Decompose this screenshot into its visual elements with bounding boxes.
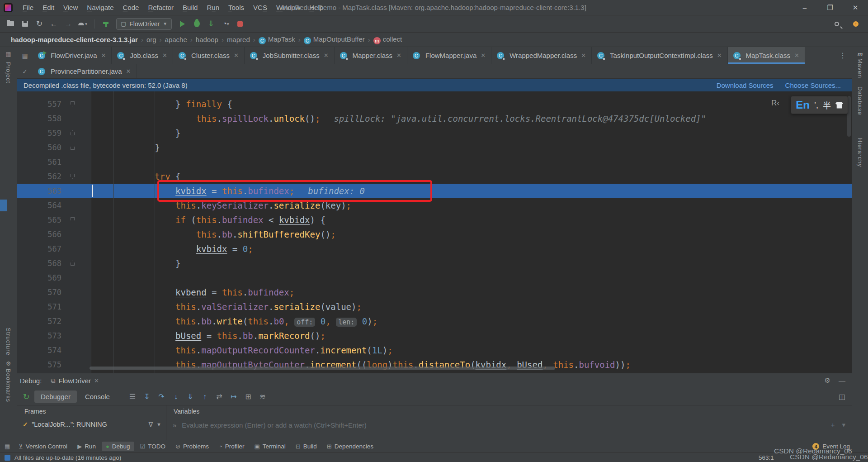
inspection-ok-icon[interactable]: ✓ [17,64,33,78]
stop-button[interactable] [234,19,246,29]
evaluate-expression-input[interactable]: Evaluate expression (Enter) or add a wat… [182,421,367,429]
fold-gutter[interactable] [68,169,80,184]
fold-marker-icon[interactable] [71,261,75,266]
stripe-bookmarks[interactable]: Bookmarks [5,369,12,402]
thread-selector[interactable]: ✓ "LocalJobR...": RUNNING ∇ ▼ [23,421,161,428]
trace-icon[interactable]: ≋ [256,391,269,403]
tab-close-icon[interactable]: ✕ [581,52,586,59]
menu-file[interactable]: File [18,0,38,15]
toolwindow-button-problems[interactable]: ⊘Problems [171,442,213,451]
run-button[interactable] [176,19,188,29]
stripe-maven[interactable]: Maven [857,58,863,78]
menu-code[interactable]: Code [118,0,144,15]
close-icon[interactable]: ✕ [94,377,99,384]
toolwindow-button-profiler[interactable]: ◔Profiler [215,442,249,451]
breadcrumb-item[interactable]: org [146,36,156,43]
stripe-project[interactable]: Project [5,62,12,83]
wrench-icon[interactable]: ⚙ [0,360,17,367]
step-out-icon[interactable]: ↑ [198,391,211,403]
show-execution-point-icon[interactable]: ↧ [141,391,153,403]
force-step-into-icon[interactable]: ⇓ [184,391,197,403]
fold-gutter[interactable] [68,213,80,227]
menu-edit[interactable]: Edit [38,0,59,15]
debug-button[interactable] [191,19,203,29]
layout-settings-icon[interactable]: ◫ [839,392,852,401]
update-available-icon[interactable]: ↑ [850,19,862,29]
breadcrumb-item[interactable]: hadoop-mapreduce-client-core-3.1.3.jar [11,36,138,43]
tab-close-icon[interactable]: ✕ [481,52,486,59]
tab-close-icon[interactable]: ✕ [234,52,239,59]
toolwindow-button-dependencies[interactable]: ⊞Dependencies [323,442,377,451]
editor-tab-flowdriver-java[interactable]: CFlowDriver.java✕ [33,47,112,64]
editor-tab-cluster-class[interactable]: CCluster.class✕ [173,47,245,64]
menu-tools[interactable]: Tools [224,0,249,15]
fold-marker-icon[interactable] [71,174,75,179]
toolwindow-switcher-icon[interactable]: ▦ [5,443,13,450]
fold-marker-icon[interactable] [71,145,75,150]
close-button[interactable]: ✕ [843,0,868,15]
editor-tab-taskinputoutputcontextimpl-class[interactable]: CTaskInputOutputContextImpl.class✕ [592,47,728,64]
download-sources-link[interactable]: Download Sources [717,81,774,89]
editor-tab-flowmapper-java[interactable]: CFlowMapper.java✕ [407,47,491,64]
filter-funnel-icon[interactable]: ∇ [148,421,153,428]
code-editor[interactable]: 557 } finally {558 this.spillLock.unlock… [17,91,852,373]
breadcrumb-item[interactable]: CMapTask [259,35,295,44]
menu-icon[interactable]: ☰ [126,391,139,403]
editor-tab-jobsubmitter-class[interactable]: CJobSubmitter.class✕ [245,47,335,64]
caret-position-widget[interactable]: 563:1 [759,454,774,461]
breadcrumb-item[interactable]: apache [165,36,187,43]
debug-session-tab[interactable]: ⧉ FlowDriver ✕ [46,373,104,388]
chevron-down-icon[interactable]: ▼ [156,422,161,427]
rerun-icon[interactable]: ↻ [20,392,33,402]
fold-gutter[interactable] [68,97,80,111]
tab-close-icon[interactable]: ✕ [162,52,167,59]
editor-tab-mapper-class[interactable]: CMapper.class✕ [335,47,407,64]
tab-console[interactable]: Console [79,391,116,403]
coverage-button[interactable]: ⇓ [205,19,217,29]
toolwindow-button-terminal[interactable]: ▣Terminal [250,442,290,451]
run-configuration-select[interactable]: ▢ FlowDriver ▼ [116,18,172,30]
forward-icon[interactable]: → [62,19,74,29]
step-over-icon[interactable]: ↷ [155,391,168,403]
breadcrumb-item[interactable]: CMapOutputBuffer [304,35,365,44]
fold-gutter[interactable] [68,256,80,271]
run-to-cursor-icon[interactable]: ↦ [227,391,240,403]
ime-language-indicator[interactable]: En [796,99,810,111]
fold-gutter[interactable] [68,126,80,140]
expand-chevrons-icon[interactable]: » [173,421,176,429]
fold-gutter[interactable] [68,140,80,155]
back-icon[interactable]: ← [48,19,60,29]
tab-list-icon[interactable]: ▦ [17,47,33,64]
ime-skin-icon[interactable] [835,102,843,109]
menu-run[interactable]: Run [202,0,224,15]
breadcrumb-item[interactable]: mcollect [373,35,402,44]
toolwindow-button-version-control[interactable]: ⊻Version Control [14,442,71,451]
menu-refactor[interactable]: Refactor [143,0,178,15]
menu-build[interactable]: Build [178,0,202,15]
stripe-structure[interactable]: Structure [5,328,12,356]
fold-marker-icon[interactable] [71,130,75,135]
tab-close-icon[interactable]: ✕ [101,52,106,59]
open-icon[interactable] [5,19,16,29]
stripe-database[interactable]: Database [857,86,863,115]
choose-sources-link[interactable]: Choose Sources... [785,81,841,89]
breadcrumb-item[interactable]: hadoop [196,36,218,43]
toolwindow-button-run[interactable]: ▶Run [73,442,100,451]
editor-tab-provincepartitioner-java[interactable]: CProvincePartitioner.java✕ [33,64,137,78]
evaluate-icon[interactable]: ⊞ [242,391,255,403]
editor-tab-wrappedmapper-class[interactable]: CWrappedMapper.class✕ [491,47,592,64]
menu-vcs[interactable]: VCS [249,0,272,15]
tab-close-icon[interactable]: ✕ [717,52,722,59]
ime-width-indicator[interactable]: 半 [823,99,831,111]
stripe-hierarchy[interactable]: Hierarchy [857,138,863,167]
tab-close-icon[interactable]: ✕ [324,52,329,59]
horizontal-scrollbar[interactable] [90,367,555,370]
tab-close-icon[interactable]: ✕ [126,68,131,75]
hide-panel-icon[interactable]: — [839,376,845,385]
toolwindow-button-debug[interactable]: ●Debug [102,442,134,451]
gear-icon[interactable]: ⚙ [825,376,830,385]
more-tabs-kebab-icon[interactable]: ⋮ [834,47,852,64]
ime-punctuation-indicator[interactable]: ’, [814,100,818,110]
search-everywhere-icon[interactable] [831,19,843,29]
editor-tab-maptask-class[interactable]: CMapTask.class✕ [728,47,805,64]
